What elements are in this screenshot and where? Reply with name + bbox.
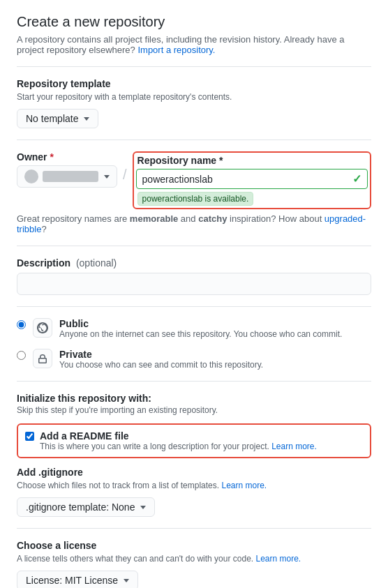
divider-1 xyxy=(17,66,371,67)
availability-badge: poweractionslab is available. xyxy=(137,192,254,206)
init-desc: Skip this step if you're importing an ex… xyxy=(17,405,371,415)
gitignore-dropdown[interactable]: .gitignore template: None xyxy=(17,497,155,517)
divider-4 xyxy=(17,306,371,307)
repo-input-wrap: ✓ xyxy=(136,169,368,189)
globe-icon xyxy=(33,318,52,338)
public-desc: Anyone on the internet can see this repo… xyxy=(59,329,342,339)
gitignore-label: Add .gitignore xyxy=(17,467,371,478)
owner-input[interactable]: username xyxy=(17,165,117,188)
private-radio[interactable] xyxy=(17,351,26,360)
gitignore-learn-link[interactable]: Learn more. xyxy=(221,481,267,490)
page-subtitle: A repository contains all project files,… xyxy=(17,34,371,55)
description-input[interactable] xyxy=(17,273,371,295)
public-option: Public Anyone on the internet can see th… xyxy=(17,318,371,339)
template-desc: Start your repository with a template re… xyxy=(17,92,371,102)
license-dropdown-label: License: MIT License xyxy=(26,575,118,586)
repo-name-label: Repository name * xyxy=(136,155,368,166)
divider-3 xyxy=(17,246,371,246)
license-chevron-icon xyxy=(124,579,129,582)
owner-block: Owner * username xyxy=(17,151,117,188)
owner-required: * xyxy=(50,151,53,163)
check-icon: ✓ xyxy=(352,172,361,186)
description-optional: (optional) xyxy=(76,257,117,269)
gitignore-desc: Choose which files not to track from a l… xyxy=(17,481,371,490)
page-title: Create a new repository xyxy=(17,14,371,30)
license-section: Choose a license A license tells others … xyxy=(17,540,371,588)
public-radio[interactable] xyxy=(17,320,26,329)
init-section: Initialize this repository with: Skip th… xyxy=(17,393,371,458)
divider-5 xyxy=(17,381,371,382)
readme-learn-link[interactable]: Learn more. xyxy=(271,442,317,451)
readme-title: Add a README file xyxy=(40,430,317,442)
repo-name-hint: Great repository names are memorable and… xyxy=(17,213,371,234)
slash-separator: / xyxy=(123,167,127,183)
gitignore-dropdown-label: .gitignore template: None xyxy=(26,502,135,513)
chevron-down-icon xyxy=(84,117,89,121)
license-learn-link[interactable]: Learn more. xyxy=(256,554,301,564)
readme-desc: This is where you can write a long descr… xyxy=(40,442,317,451)
owner-chevron-icon xyxy=(104,175,110,179)
gitignore-chevron-icon xyxy=(140,506,146,509)
template-label: Repository template xyxy=(17,78,371,89)
owner-label: Owner * xyxy=(17,151,117,163)
repo-name-input[interactable] xyxy=(142,174,352,185)
template-dropdown-label: No template xyxy=(26,113,78,124)
owner-name: username xyxy=(43,171,98,182)
license-desc: A license tells others what they can and… xyxy=(17,554,371,564)
readme-checkbox-row: Add a README file This is where you can … xyxy=(17,423,371,458)
owner-avatar xyxy=(24,169,38,183)
import-link[interactable]: Import a repository. xyxy=(137,45,215,55)
visibility-group: Public Anyone on the internet can see th… xyxy=(17,318,371,370)
template-dropdown[interactable]: No template xyxy=(17,109,98,128)
repo-name-block: Repository name * ✓ poweractionslab is a… xyxy=(133,151,371,209)
license-dropdown[interactable]: License: MIT License xyxy=(17,571,138,588)
repo-required: * xyxy=(219,155,223,166)
divider-2 xyxy=(17,140,371,140)
public-title: Public xyxy=(59,318,342,329)
description-label: Description (optional) xyxy=(17,257,371,269)
private-option: Private You choose who can see and commi… xyxy=(17,349,371,370)
readme-checkbox[interactable] xyxy=(25,432,34,441)
license-label: Choose a license xyxy=(17,540,371,551)
init-title: Initialize this repository with: xyxy=(17,393,371,404)
gitignore-section: Add .gitignore Choose which files not to… xyxy=(17,467,371,517)
owner-repo-row: Owner * username / Repository name * ✓ p… xyxy=(17,151,371,209)
lock-icon xyxy=(33,349,52,368)
private-desc: You choose who can see and commit to thi… xyxy=(59,360,263,370)
divider-6 xyxy=(17,528,371,529)
private-title: Private xyxy=(59,349,263,360)
